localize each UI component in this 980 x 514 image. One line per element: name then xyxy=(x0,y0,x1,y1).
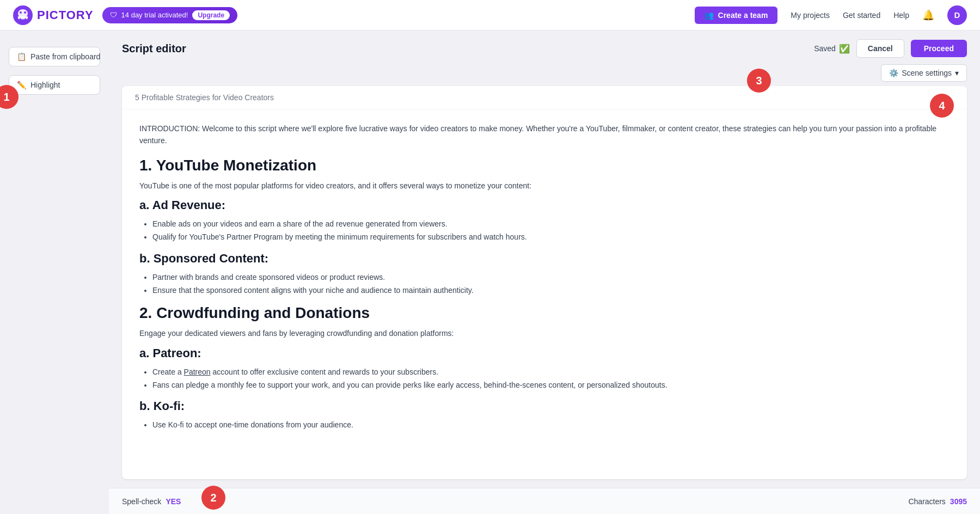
scene-settings-label: Scene settings xyxy=(902,69,952,77)
paste-from-clipboard-button[interactable]: 📋 Paste from clipboard xyxy=(9,47,100,66)
get-started-link[interactable]: Get started xyxy=(843,11,880,20)
intro-paragraph: INTRODUCTION: Welcome to this script whe… xyxy=(139,123,950,147)
list-item: Use Ko-fi to accept one-time donations f… xyxy=(152,419,950,432)
section2-paragraph: Engage your dedicated viewers and fans b… xyxy=(139,327,950,339)
header-left: PICTORY 🛡 14 day trial activated! Upgrad… xyxy=(13,5,237,25)
people-icon: 👥 xyxy=(705,11,714,20)
logo: PICTORY xyxy=(13,5,94,25)
logo-icon xyxy=(13,5,33,25)
saved-label: Saved xyxy=(814,44,836,53)
section1-paragraph: YouTube is one of the most popular platf… xyxy=(139,180,950,192)
editor-title: Script editor xyxy=(122,42,186,55)
highlight-icon: ✏️ xyxy=(17,81,26,89)
scene-settings-bar: 3 4 ⚙️ Scene settings ▾ xyxy=(122,64,967,82)
characters-area: Characters 3095 xyxy=(908,497,967,506)
content-area: Script editor Saved ✅ Cancel Proceed 3 4 xyxy=(109,30,980,514)
clipboard-icon: 📋 xyxy=(17,52,26,61)
highlight-btn-label: Highlight xyxy=(30,81,60,89)
patreon-link: Patreon xyxy=(184,368,211,376)
gear-icon: ⚙️ xyxy=(889,69,898,77)
cancel-button[interactable]: Cancel xyxy=(856,39,904,58)
annotation-badge-3: 3 xyxy=(747,69,771,93)
section2b-heading: b. Ko-fi: xyxy=(139,399,950,413)
scene-settings-button[interactable]: ⚙️ Scene settings ▾ xyxy=(881,64,967,82)
editor-header: Script editor Saved ✅ Cancel Proceed xyxy=(122,39,967,58)
trial-text: 14 day trial activated! xyxy=(121,11,188,19)
main-area: 1 📋 Paste from clipboard ✏️ Highlight Sc… xyxy=(0,30,980,514)
script-doc-title: 5 Profitable Strategies for Video Creato… xyxy=(135,93,274,102)
list-item: Ensure that the sponsored content aligns… xyxy=(152,284,950,297)
section2b-bullets: Use Ko-fi to accept one-time donations f… xyxy=(152,419,950,432)
chevron-down-icon: ▾ xyxy=(955,69,959,77)
header: PICTORY 🛡 14 day trial activated! Upgrad… xyxy=(0,0,980,30)
svg-point-2 xyxy=(20,11,22,14)
section1a-bullets: Enable ads on your videos and earn a sha… xyxy=(152,218,950,244)
list-item: Qualify for YouTube's Partner Program by… xyxy=(152,231,950,244)
create-team-button[interactable]: 👥 Create a team xyxy=(695,7,778,24)
script-document: 5 Profitable Strategies for Video Creato… xyxy=(122,86,967,479)
list-item: Create a Patreon account to offer exclus… xyxy=(152,366,950,379)
section1-heading: 1. YouTube Monetization xyxy=(139,157,950,174)
proceed-button[interactable]: Proceed xyxy=(911,40,967,57)
annotation-badge-4: 4 xyxy=(930,94,954,118)
editor-actions: Saved ✅ Cancel Proceed xyxy=(814,39,967,58)
spell-check-value[interactable]: YES xyxy=(166,497,181,506)
saved-check-icon: ✅ xyxy=(839,44,850,54)
spell-check-label: Spell-check xyxy=(122,497,161,506)
paste-btn-label: Paste from clipboard xyxy=(30,52,100,61)
header-right: 👥 Create a team My projects Get started … xyxy=(695,5,967,25)
svg-point-3 xyxy=(24,11,26,14)
script-doc-title-bar: 5 Profitable Strategies for Video Creato… xyxy=(122,86,967,109)
spell-check-area: Spell-check YES xyxy=(122,497,181,506)
section1a-heading: a. Ad Revenue: xyxy=(139,198,950,212)
characters-count: 3095 xyxy=(950,497,967,506)
section2a-heading: a. Patreon: xyxy=(139,346,950,360)
section2-heading: 2. Crowdfunding and Donations xyxy=(139,304,950,322)
sidebar: 1 📋 Paste from clipboard ✏️ Highlight xyxy=(0,30,109,514)
section1b-heading: b. Sponsored Content: xyxy=(139,252,950,266)
logo-text: PICTORY xyxy=(37,8,94,22)
trial-badge: 🛡 14 day trial activated! Upgrade xyxy=(102,7,238,23)
highlight-button[interactable]: ✏️ Highlight xyxy=(9,75,100,95)
avatar[interactable]: D xyxy=(947,5,967,25)
annotation-badge-2: 2 xyxy=(201,486,225,510)
characters-label: Characters xyxy=(908,497,945,506)
section2a-bullets: Create a Patreon account to offer exclus… xyxy=(152,366,950,392)
list-item: Partner with brands and create sponsored… xyxy=(152,271,950,284)
list-item: Enable ads on your videos and earn a sha… xyxy=(152,218,950,231)
notification-bell-icon[interactable]: 🔔 xyxy=(922,9,934,21)
section1b-bullets: Partner with brands and create sponsored… xyxy=(152,271,950,297)
bottom-bar: 2 Spell-check YES Characters 3095 xyxy=(109,488,980,514)
script-doc-body[interactable]: INTRODUCTION: Welcome to this script whe… xyxy=(122,109,967,479)
my-projects-link[interactable]: My projects xyxy=(791,11,830,20)
help-link[interactable]: Help xyxy=(893,11,909,20)
shield-icon: 🛡 xyxy=(110,11,117,19)
create-team-label: Create a team xyxy=(718,11,768,20)
list-item: Fans can pledge a monthly fee to support… xyxy=(152,379,950,392)
saved-badge: Saved ✅ xyxy=(814,44,850,54)
upgrade-button[interactable]: Upgrade xyxy=(192,10,230,20)
editor-panel: Script editor Saved ✅ Cancel Proceed 3 4 xyxy=(109,30,980,488)
